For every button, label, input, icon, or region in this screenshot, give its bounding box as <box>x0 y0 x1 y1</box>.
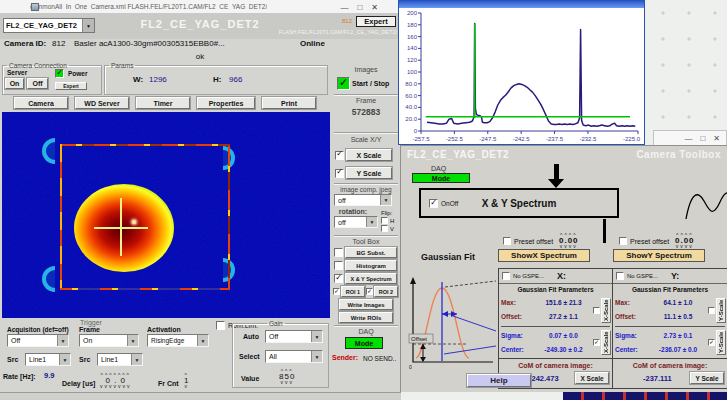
roi1-button[interactable]: ROI 1 <box>341 286 365 297</box>
bg-subst-button[interactable]: BG Subst. <box>345 247 397 258</box>
minimize-icon[interactable]: — <box>684 134 692 143</box>
trigger-group-label: Trigger <box>80 319 102 326</box>
preset-offset-x-spinner[interactable]: 0.00 <box>559 233 579 248</box>
chevron-down-icon[interactable]: ▼ <box>197 335 208 346</box>
x-scale-top-button[interactable]: X-Scale <box>601 298 611 323</box>
roi2-button[interactable]: ROI 2 <box>374 286 398 297</box>
power-expert-button[interactable]: Expert <box>55 82 87 90</box>
gain-value-spinner[interactable]: 850 <box>279 369 295 384</box>
chevron-down-icon[interactable]: ▼ <box>131 354 142 365</box>
sender-value: NO SEND.. <box>363 355 396 362</box>
delay-spinner[interactable]: 0 . 0 <box>100 373 132 388</box>
print-button[interactable]: Print <box>262 97 316 109</box>
rotation-select[interactable]: off▼ <box>334 216 378 228</box>
flip-h-checkbox[interactable] <box>381 217 388 224</box>
frame-trigger-label: Frame <box>79 326 100 333</box>
close-icon[interactable]: ✕ <box>371 3 378 12</box>
svg-text:-225.0: -225.0 <box>623 136 641 142</box>
roi2-checkbox[interactable] <box>366 288 373 295</box>
camera-button[interactable]: Camera <box>14 97 68 109</box>
x-scale-checkbox[interactable] <box>335 151 344 160</box>
toolbox-header: FL2_CE_YAG_DET2 Camera Toolbox <box>401 146 727 164</box>
timer-button[interactable]: Timer <box>136 97 190 109</box>
chevron-down-icon[interactable]: ▼ <box>59 354 70 365</box>
showx-spectrum-button[interactable]: ShowX Spectrum <box>498 249 590 262</box>
no-gspe-x-checkbox[interactable] <box>502 272 510 280</box>
frcnt-spinner[interactable]: 1 <box>184 373 189 388</box>
showy-spectrum-button[interactable]: ShowY Spectrum <box>613 249 705 262</box>
x-scale-bottom-button[interactable]: X-Scale <box>601 330 611 355</box>
image-comp-select[interactable]: off▼ <box>334 194 392 206</box>
bg-subst-checkbox[interactable] <box>334 248 343 257</box>
flip-v-checkbox[interactable] <box>381 225 388 232</box>
src2-select[interactable]: Line1▼ <box>97 353 143 366</box>
maximize-icon[interactable]: □ <box>700 134 705 143</box>
x-scale-bottom-checkbox[interactable] <box>593 339 600 346</box>
daq-mode-button[interactable]: Mode <box>345 337 383 349</box>
write-rois-button[interactable]: Write ROIs <box>339 312 393 323</box>
svg-text:180: 180 <box>407 22 418 28</box>
xy-spectrum-button[interactable]: X & Y Spectrum <box>345 273 397 284</box>
server-on-button[interactable]: On <box>5 78 24 89</box>
camera-id-label: Camera ID: <box>4 39 46 48</box>
gain-auto-select[interactable]: Off▼ <box>265 330 323 343</box>
chevron-down-icon[interactable]: ▼ <box>366 217 377 227</box>
y-scale-bottom-button[interactable]: Y-Scale <box>716 330 726 355</box>
preset-offset-y-checkbox[interactable] <box>619 237 627 245</box>
src1-select[interactable]: Line1▼ <box>25 353 71 366</box>
svg-text:60.0: 60.0 <box>405 93 417 99</box>
preset-offset-y-spinner[interactable]: 0.00 <box>675 233 695 248</box>
help-button[interactable]: Help <box>467 374 531 387</box>
chevron-down-icon[interactable]: ▼ <box>127 335 138 346</box>
acquisition-select[interactable]: Off▼ <box>7 334 69 347</box>
properties-button[interactable]: Properties <box>197 97 255 109</box>
gaussian-fit-label: Gaussian Fit <box>421 252 475 262</box>
svg-text:-232.5: -232.5 <box>579 136 597 142</box>
x-scale-button[interactable]: X Scale <box>346 149 392 161</box>
histogram-checkbox[interactable] <box>334 261 343 270</box>
chevron-down-icon[interactable]: ▼ <box>311 331 322 342</box>
chevron-down-icon[interactable]: ▼ <box>380 195 391 205</box>
y-scale-top-checkbox[interactable] <box>708 307 715 314</box>
xy-spectrum-checkbox[interactable] <box>334 274 343 283</box>
maximize-icon[interactable]: □ <box>357 3 362 12</box>
no-gspe-x-label: No GSPE... <box>513 273 544 279</box>
gain-select-select[interactable]: All▼ <box>265 350 323 363</box>
server-off-button[interactable]: Off <box>27 78 48 89</box>
power-checkbox[interactable] <box>55 69 64 78</box>
chevron-down-icon[interactable]: ▼ <box>311 351 322 362</box>
romlim-checkbox[interactable] <box>216 321 225 330</box>
wd-server-button[interactable]: WD Server <box>75 97 129 109</box>
camera-image[interactable] <box>2 112 330 318</box>
y-scale-checkbox[interactable] <box>335 169 344 178</box>
y-scale-bottom-checkbox[interactable] <box>708 339 715 346</box>
rate-label: Rate [Hz]: <box>3 373 36 380</box>
roi1-checkbox[interactable] <box>333 288 340 295</box>
close-icon[interactable]: ✕ <box>713 134 720 143</box>
fit-params-header-x: Gaussian Fit Parameters <box>499 283 612 294</box>
minimize-icon[interactable]: — <box>340 3 348 12</box>
x-scale-top-checkbox[interactable] <box>593 307 600 314</box>
svg-text:-237.5: -237.5 <box>546 136 564 142</box>
params-group: Params W: 1296 H: 966 <box>104 62 328 95</box>
com-x-scale-button[interactable]: X Scale <box>575 372 609 384</box>
hot-pixel <box>132 220 136 224</box>
frame-trigger-select[interactable]: On▼ <box>79 334 139 347</box>
chevron-down-icon[interactable]: ▼ <box>57 335 68 346</box>
y-column-title: Y: <box>671 271 679 281</box>
activation-select[interactable]: RisingEdge▼ <box>147 334 209 347</box>
start-stop-checkbox[interactable] <box>337 77 350 90</box>
y-scale-top-button[interactable]: Y-Scale <box>716 298 726 323</box>
y-scale-button[interactable]: Y Scale <box>346 167 392 179</box>
com-y-scale-button[interactable]: Y Scale <box>690 372 724 384</box>
toolbox-daq-mode[interactable]: Mode <box>412 173 470 183</box>
write-images-button[interactable]: Write Images <box>339 299 393 310</box>
xy-spectrum-box: OnOff X & Y Spectrum <box>419 188 619 218</box>
max-x-value: 151.6 ± 21.3 <box>533 299 594 306</box>
preset-offset-x-checkbox[interactable] <box>503 237 511 245</box>
com-x-value: -242.473 <box>529 374 559 383</box>
no-gspe-y-checkbox[interactable] <box>616 272 624 280</box>
histogram-button[interactable]: Histogram <box>345 260 397 271</box>
plot-titlebar[interactable] <box>399 1 644 8</box>
expert-button[interactable]: Expert <box>356 16 396 27</box>
